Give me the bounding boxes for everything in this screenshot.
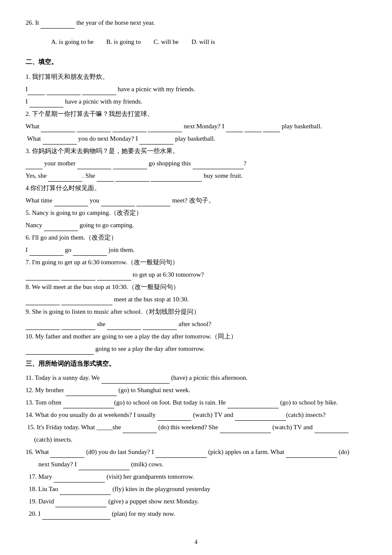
option-a: A. is going to be [51,36,94,48]
fill-item-6: 6. I'll go and join them.（改否定） I go join… [26,232,366,256]
item7-line1: to get up at 6:30 tomorrow? [26,269,366,280]
item10-line1: going to see a play the day after tomorr… [26,343,366,355]
section3-title: 三、用所给词的适当形式填空。 [26,358,366,370]
item1-line2: I have a picnic with my friends. [26,96,366,107]
fill-item-5: 5. Nancy is going to go camping.（改否定） Na… [26,207,366,231]
item15: 15. It's Friday today. What _____she (do… [26,422,366,433]
option-d: D. will is [191,36,215,48]
item1-chinese: 1. 我打算明天和朋友去野炊。 [26,71,366,83]
section2: 二、填空。 1. 我打算明天和朋友去野炊。 I have a picnic wi… [26,56,366,355]
fill-item-10: 10. My father and mother are going to se… [26,331,366,355]
q26-options: A. is going to be B. is going to C. will… [51,36,366,48]
item16: 16. What (d0) you do last Sunday? I (pic… [26,446,366,458]
page-number: 4 [26,537,366,547]
item17: 17. Mary (visit) her grandparents tomorr… [26,471,366,483]
fill-item-8: 8. We will meet at the bus stop at 10:30… [26,281,366,305]
item3-chinese: 3. 你妈妈这个周末去购物吗？是，她要去买一些水果。 [26,145,366,157]
item6-line1: I go join them. [26,244,366,256]
item12: 12. My brother (go) to Shanghai next wee… [26,384,366,396]
item7-chinese: 7. I'm going to get up at 6:30 tomorrow.… [26,257,366,268]
q26-label: 26. It [26,19,39,26]
fill-item-4: 4.你们打算什么时候见面。 What time you meet? 改句子。 [26,182,366,206]
item9-chinese: 9. She is going to listen to music after… [26,306,366,318]
item16-cont: next Sunday? I (milk) cows. [38,459,366,470]
q26-rest: the year of the horse next year. [76,19,155,26]
item20: 20. I (plan) for my study now. [26,508,366,520]
item8-line1: meet at the bus stop at 10:30. [26,294,366,305]
option-c: C. will be [153,36,179,48]
q26-blank [40,21,75,29]
item4-line1: What time you meet? 改句子。 [26,195,366,206]
item19: 19. David (give) a puppet show next Mond… [26,496,366,507]
item5-line1: Nancy going to go camping. [26,220,366,231]
item8-chinese: 8. We will meet at the bus stop at 10:30… [26,281,366,293]
fill-item-1: 1. 我打算明天和朋友去野炊。 I have a picnic with my … [26,71,366,107]
item15-cont: (catch) insects. [34,434,366,445]
item18: 18. Liu Tao (fly) kites in the playgroun… [26,483,366,495]
option-b: B. is going to [107,36,141,48]
item2-line2: What you do next Monday? I play basketba… [26,133,366,145]
item13: 13. Tom often (go) to school on foot. Bu… [26,397,366,408]
item2-chinese: 2. 下个星期一你打算去干嘛？我想去打篮球。 [26,108,366,120]
section3: 三、用所给词的适当形式填空。 11. Today is a sunny day.… [26,358,366,520]
fill-item-3: 3. 你妈妈这个周末去购物吗？是，她要去买一些水果。 your mother g… [26,145,366,182]
item1-line1: I have a picnic with my friends. [26,84,366,95]
item9-line1: she after school? [26,318,366,330]
question-26: 26. It the year of the horse next year. … [26,17,366,48]
fill-item-7: 7. I'm going to get up at 6:30 tomorrow.… [26,257,366,280]
item14: 14. What do you usually do at weekends? … [26,409,366,421]
item5-chinese: 5. Nancy is going to go camping.（改否定） [26,207,366,219]
section2-title: 二、填空。 [26,56,366,68]
item10-chinese: 10. My father and mother are going to se… [26,331,366,342]
item11: 11. Today is a sunny day. We (have) a pi… [26,372,366,384]
item3-line2: Yes, she . She buy some fruit. [26,170,366,182]
item6-chinese: 6. I'll go and join them.（改否定） [26,232,366,243]
item3-line1: your mother go shopping this ? [26,158,366,169]
item2-line1: What next Monday? I play basketball. [26,121,366,132]
fill-item-2: 2. 下个星期一你打算去干嘛？我想去打篮球。 What next Monday?… [26,108,366,145]
item4-chinese: 4.你们打算什么时候见面。 [26,182,366,194]
fill-item-9: 9. She is going to listen to music after… [26,306,366,330]
